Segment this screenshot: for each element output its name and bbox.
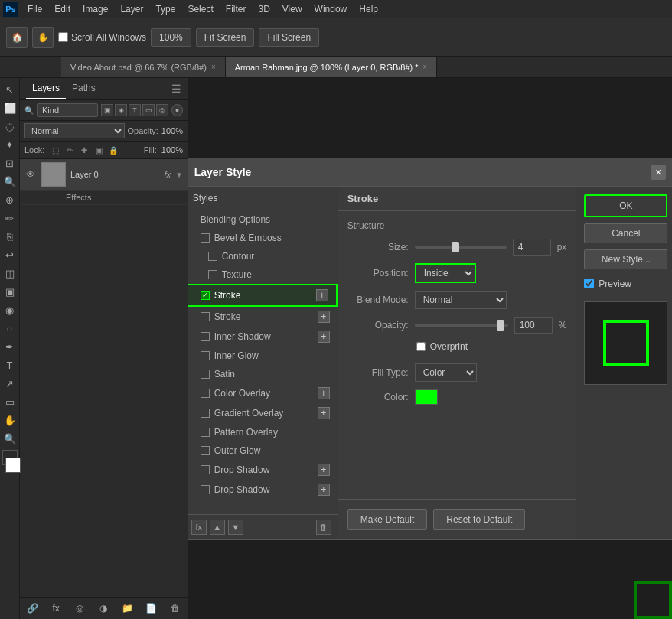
style-inner-glow[interactable]: Inner Glow [188,347,338,365]
panel-menu-icon[interactable]: ☰ [171,83,181,95]
brush-tool[interactable]: ✏ [2,210,18,226]
overprint-checkbox[interactable] [416,342,426,351]
gradient-tool[interactable]: ▣ [2,283,18,300]
lasso-tool[interactable]: ◌ [2,118,18,135]
add-layer-btn[interactable]: 📄 [144,601,159,616]
menu-3d[interactable]: 3D [252,4,276,15]
move-up-button[interactable]: ▲ [210,520,225,535]
checkbox-inner-shadow[interactable] [201,332,210,341]
menu-window[interactable]: Window [308,4,354,15]
reset-to-default-button[interactable]: Reset to Default [433,509,525,530]
type-tool[interactable]: T [2,357,18,373]
menu-filter[interactable]: Filter [220,4,253,15]
menu-layer[interactable]: Layer [114,4,149,15]
inner-shadow-add[interactable]: + [318,331,330,343]
style-inner-shadow[interactable]: Inner Shadow + [188,327,338,347]
checkbox-stroke-active[interactable]: ✓ [201,291,210,300]
style-satin[interactable]: Satin [188,365,338,383]
marquee-tool[interactable]: ⬜ [2,99,18,116]
style-stroke-active[interactable]: ✓ Stroke + [188,284,338,307]
drop-shadow-1-add[interactable]: + [318,464,330,476]
menu-type[interactable]: Type [149,4,181,15]
modal-close-button[interactable]: × [651,165,666,180]
lock-image-icon[interactable]: ✏ [64,144,76,156]
tab-close-arman[interactable]: × [423,63,428,71]
filter-shape-icon[interactable]: ▭ [142,104,155,116]
zoom-tool[interactable]: 🔍 [2,430,18,447]
new-style-button[interactable]: New Style... [584,249,667,269]
checkbox-drop-shadow-2[interactable] [201,485,210,494]
style-outer-glow[interactable]: Outer Glow [188,441,338,460]
add-group-btn[interactable]: 📁 [120,601,135,616]
shape-tool[interactable]: ▭ [2,393,18,410]
add-style-btn[interactable]: fx [48,601,64,616]
size-slider-thumb[interactable] [452,242,459,252]
tab-close-video[interactable]: × [211,63,216,71]
menu-select[interactable]: Select [181,4,219,15]
filter-type-icon[interactable]: T [129,104,141,116]
ok-button[interactable]: OK [584,194,667,217]
lock-all-icon[interactable]: 🔒 [107,144,119,156]
lock-artboard-icon[interactable]: ▣ [93,144,105,156]
opacity-slider-thumb[interactable] [497,320,504,331]
style-drop-shadow-1[interactable]: Drop Shadow + [188,460,338,480]
size-input[interactable] [513,239,551,256]
blend-mode-select[interactable]: Normal Multiply Screen [415,291,507,309]
style-stroke-2[interactable]: Stroke + [188,307,338,327]
blend-mode-select[interactable]: Normal [24,123,125,138]
zoom-level-button[interactable]: 100% [151,28,191,47]
search-filter-toggle[interactable]: ● [171,104,183,116]
position-select[interactable]: Inside Outside Center [415,263,476,283]
clone-stamp-tool[interactable]: ⎘ [2,228,18,245]
menu-help[interactable]: Help [353,4,384,15]
style-color-overlay[interactable]: Color Overlay + [188,383,338,403]
eyedropper-tool[interactable]: 🔍 [2,173,18,190]
healing-brush-tool[interactable]: ⊕ [2,191,18,208]
style-gradient-overlay[interactable]: Gradient Overlay + [188,403,338,423]
size-slider-track[interactable] [415,246,507,249]
style-bevel-emboss[interactable]: Bevel & Emboss [188,229,338,247]
filter-smart-icon[interactable]: ◎ [156,104,168,116]
dodge-tool[interactable]: ○ [2,320,18,337]
layer-search-input[interactable] [37,103,98,117]
fx-button[interactable]: fx [191,520,207,535]
checkbox-satin[interactable] [201,370,210,379]
stroke-2-add[interactable]: + [318,311,330,323]
opacity-slider-track[interactable] [415,324,508,327]
layer-0-expand[interactable]: ▼ [175,171,183,179]
color-swatch[interactable] [415,389,438,405]
menu-file[interactable]: File [21,4,48,15]
style-drop-shadow-2[interactable]: Drop Shadow + [188,480,338,500]
checkbox-inner-glow[interactable] [201,351,210,360]
tab-video-about[interactable]: Video About.psd @ 66.7% (RGB/8#) × [61,57,226,77]
filter-adjust-icon[interactable]: ◈ [115,104,127,116]
background-color[interactable] [5,458,21,473]
tab-paths[interactable]: Paths [66,78,102,99]
fit-screen-button[interactable]: Fit Screen [196,28,255,47]
magic-wand-tool[interactable]: ✦ [2,136,18,153]
layer-0-fx[interactable]: fx [165,170,171,179]
eraser-tool[interactable]: ◫ [2,265,18,282]
layer-0-visibility[interactable]: 👁 [24,168,37,181]
move-down-button[interactable]: ▼ [228,520,243,535]
gradient-overlay-add[interactable]: + [318,407,330,419]
fill-screen-button[interactable]: Fill Screen [259,28,319,47]
add-mask-btn[interactable]: ◎ [72,601,87,616]
checkbox-pattern-overlay[interactable] [201,428,210,437]
checkbox-outer-glow[interactable] [201,446,210,455]
hand-tool[interactable]: ✋ [32,27,54,48]
tab-arman-rahman[interactable]: Arman Rahman.jpg @ 100% (Layer 0, RGB/8#… [226,57,438,77]
make-default-button[interactable]: Make Default [347,509,428,530]
pen-tool[interactable]: ✒ [2,338,18,355]
style-texture[interactable]: Texture [188,266,338,284]
blur-tool[interactable]: ◉ [2,301,18,318]
style-blending-options[interactable]: Blending Options [188,210,338,229]
lock-position-icon[interactable]: ✚ [78,144,90,156]
stroke-active-add[interactable]: + [316,289,328,301]
fill-type-select[interactable]: Color Gradient Pattern [415,363,477,382]
drop-shadow-2-add[interactable]: + [318,484,330,496]
tab-layers[interactable]: Layers [26,78,66,99]
home-button[interactable]: 🏠 [6,27,28,48]
path-selection-tool[interactable]: ↗ [2,375,18,392]
menu-image[interactable]: Image [77,4,114,15]
